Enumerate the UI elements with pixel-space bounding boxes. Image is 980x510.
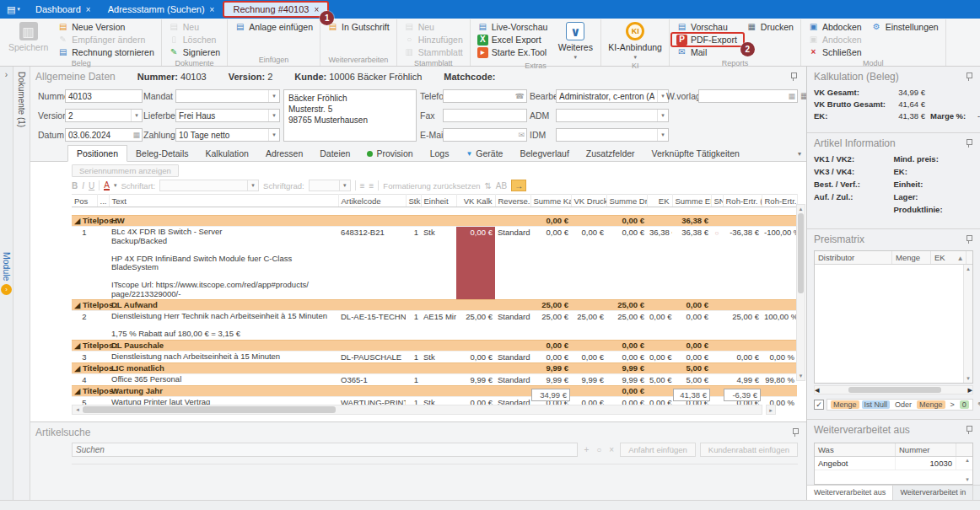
ki-anbindung-button[interactable]: KIKI-Anbindung▾ [606,20,665,61]
position-row-3[interactable]: 3Dienstleistung nach Arbeitseinheit à 15… [72,351,797,362]
font-family-combo[interactable]: ▾ [159,180,259,191]
vertical-scrollbar[interactable]: ▴ ▾ [963,265,972,383]
anfahrt-einfuegen-button[interactable]: Anfahrt einfügen [620,443,696,457]
pin-icon[interactable] [966,235,973,244]
group-row-dl-pauschale[interactable]: ◢ Titelpos.:DL Pauschale0,00 €0,00 €0,00… [72,340,797,351]
telefon-input[interactable] [444,92,515,101]
lieferbed-input[interactable] [176,111,268,121]
filter-chip-ist-null[interactable]: Ist Null [862,400,891,409]
group-row-dl-aufwand[interactable]: ◢ Titelpos.:DL Aufwand25,00 €25,00 €0,00… [72,300,797,311]
column-header-stk[interactable]: Stk. [406,195,421,207]
mandat-input[interactable] [176,92,268,101]
chevron-down-icon[interactable]: ▾ [131,110,142,121]
column-header-rohp[interactable]: Roh-Ertr. (p... [723,195,762,207]
chevron-down-icon[interactable]: ▾ [268,90,279,102]
close-icon[interactable]: × [314,5,319,14]
pin-icon[interactable] [792,428,800,437]
filter-chip-[interactable]: > [948,400,957,409]
schlie-en-button[interactable]: ×Schließen [805,46,864,58]
jump-to-position-button[interactable]: → [511,180,526,191]
column-header-sdruck[interactable]: Summe Druck [606,195,647,207]
position-row-2[interactable]: 2Dienstleistung Herr Technik nach Arbeit… [72,311,797,341]
horizontal-scrollbar[interactable]: ◂ ▸ [814,385,973,395]
chevron-down-icon[interactable]: ▾ [268,110,279,121]
tab-positionen[interactable]: Positionen [67,145,127,162]
column-header-einheit[interactable]: Einheit [421,195,456,207]
chevron-down-icon[interactable]: ▾ [268,129,279,141]
scroll-thumb[interactable] [798,213,804,293]
scroll-thumb[interactable] [83,406,336,413]
neue-version-button[interactable]: ▤Neue Version [55,21,156,33]
edit-filter-icon[interactable]: ✎ [976,400,980,410]
close-icon[interactable]: × [86,5,91,14]
vertical-scrollbar[interactable]: ▴ ▾ [796,204,805,381]
italic-button[interactable]: I [82,181,84,191]
bold-button[interactable]: B [72,181,78,191]
pin-icon[interactable] [966,426,973,434]
scroll-right-icon[interactable]: ▸ [967,384,972,395]
table-row[interactable]: Angebot10030 [815,457,972,470]
vertical-scrollbar[interactable]: ▴ ▾ [963,457,972,483]
reset-format-button[interactable]: Formatierung zurücksetzen [383,181,480,191]
scroll-down-icon[interactable]: ▾ [800,372,803,380]
position-row-4[interactable]: 4Office 365 PersonalO365-119,99 €Standar… [72,373,797,385]
horizontal-scrollbar[interactable]: ◂ [72,405,762,415]
column-header-vkdruck[interactable]: VK Druck [571,195,606,207]
fax-input[interactable] [444,111,526,121]
bullet-list-icon[interactable]: ≡ [369,181,374,191]
numbered-list-icon[interactable]: ≡ [360,181,365,191]
scroll-down-icon[interactable]: ▾ [967,375,970,382]
signieren-button[interactable]: ✎Signieren [166,46,223,58]
tab-weiterverarbeitet-in[interactable]: Weiterverarbeitet in [893,486,973,500]
chevron-down-icon[interactable]: ▾ [114,182,117,189]
window-tab-adressstamm-suchen[interactable]: Adressstamm (Suchen)× [100,0,223,19]
scroll-up-icon[interactable]: ▴ [966,457,969,464]
app-menu-icon[interactable]: ▤▾ [0,0,27,19]
tab-dateien[interactable]: Dateien [311,146,358,161]
filter-expression[interactable]: MengeIst NullOderMenge>0 [827,399,973,411]
pdf-export-button[interactable]: PPDF-Export2 [674,34,740,46]
chevron-down-icon[interactable]: ▾ [247,180,258,191]
version-input[interactable] [66,111,131,121]
group-row-lic-monatlich[interactable]: ◢ Titelpos.:LIC monatlich9,99 €9,99 €5,0… [72,362,797,373]
filter-checkbox[interactable]: ✓ [814,400,824,410]
tab-weiterverarbeitet-aus[interactable]: Weiterverarbeitet aus [807,486,893,500]
tab-zusatzfelder[interactable]: Zusatzfelder [578,146,643,161]
tab-belegverlauf[interactable]: Belegverlauf [511,146,577,161]
tab-verkn-pfte-t-tigkeiten[interactable]: Verknüpfte Tätigkeiten [643,146,748,161]
bearbeiter-input[interactable] [557,92,657,101]
column-header-was[interactable]: Was [815,443,896,456]
pin-icon[interactable] [790,72,798,81]
scroll-down-icon[interactable]: ▾ [966,476,969,483]
position-row-1[interactable]: 1BLc 4X FDR IB Switch - ServerBackup/Bac… [72,227,797,300]
vorschau-button[interactable]: ▤Vorschau [674,21,740,33]
live-vorschau-button[interactable]: ▤Live-Vorschau [475,21,551,33]
in-gutschrift-button[interactable]: ▤In Gutschrift [325,21,392,33]
scroll-up-icon[interactable]: ▴ [800,205,803,213]
column-header-distributor[interactable]: Distributor [815,251,892,264]
chevron-down-icon[interactable]: ▾ [339,180,350,191]
clear-icon[interactable]: × [607,445,616,454]
filter-chip-menge[interactable]: Menge [831,400,859,409]
column-header-dots[interactable]: ... [97,195,109,207]
column-header-rohpct[interactable]: Roh-Ertr. % [762,195,797,207]
scroll-up-icon[interactable]: ▴ [967,266,970,272]
adm-input[interactable] [557,111,657,121]
scroll-right-icon[interactable]: ▸ [766,405,776,415]
positions-table[interactable]: Pos...TextArtikelcodeStk.EinheitVK KalkR… [72,194,798,408]
search-icon[interactable]: ○ [595,445,603,454]
kundenrabatt-einfuegen-button[interactable]: Kundenrabatt einfügen [700,443,798,457]
starte-ex-tool-button[interactable]: ▸Starte Ex.Tool [475,46,551,58]
column-header-sek[interactable]: Summe EK [672,195,711,207]
column-header-pos[interactable]: Pos [72,195,97,207]
scroll-thumb[interactable] [848,387,941,393]
column-header-nummer[interactable]: Nummer [896,443,956,456]
tab-provision[interactable]: Provision [358,146,421,161]
column-header-sn[interactable]: SN [711,195,723,207]
line-spacing-icon[interactable]: ⇅ [484,181,491,191]
column-header-reverse[interactable]: Reverse... [495,195,530,207]
zahlungsk-input[interactable] [176,131,268,140]
column-header-vkkalk[interactable]: VK Kalk [456,195,495,207]
calendar-icon[interactable]: ▦ [132,131,142,139]
column-header-skalk[interactable]: Summe Kalk [530,195,571,207]
